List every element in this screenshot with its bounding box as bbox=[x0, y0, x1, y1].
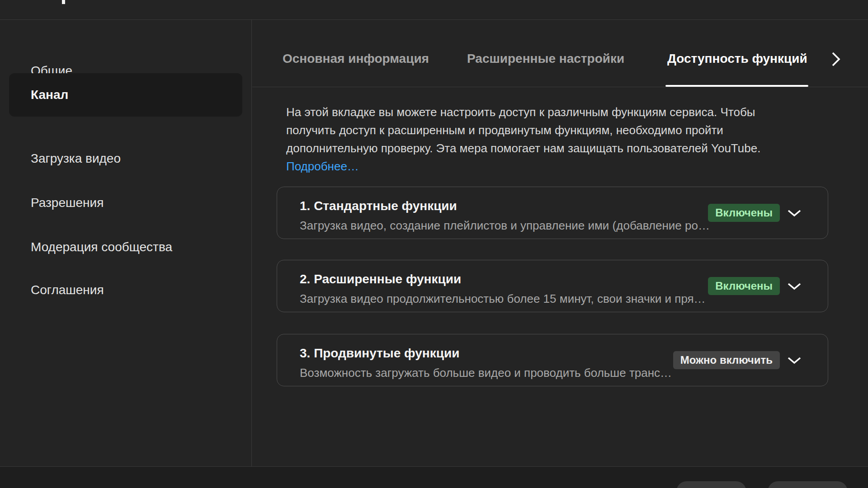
sidebar-item-community[interactable]: Модерация сообщества bbox=[9, 225, 242, 269]
settings-sidebar: Общие Канал Загрузка видео Разрешения Мо… bbox=[0, 20, 252, 466]
sidebar-item-label: Соглашения bbox=[31, 283, 104, 297]
sidebar-item-permissions[interactable]: Разрешения bbox=[9, 181, 242, 225]
feature-title: 2. Расширенные функции bbox=[300, 272, 461, 286]
feature-status-area: Включены bbox=[708, 277, 802, 295]
tab-description: На этой вкладке вы можете настроить дост… bbox=[286, 103, 760, 175]
feature-card-advanced[interactable]: 3. Продвинутые функции Возможность загру… bbox=[277, 334, 828, 386]
chevron-down-icon bbox=[787, 209, 802, 217]
footer-button-right[interactable] bbox=[768, 481, 848, 488]
tab-description-line: На этой вкладке вы можете настроить дост… bbox=[286, 103, 760, 121]
tab-description-line: дополнительную проверку. Эта мера помога… bbox=[286, 139, 760, 157]
active-tab-underline bbox=[665, 85, 808, 87]
feature-status-area: Можно включить bbox=[673, 351, 802, 369]
status-badge: Включены bbox=[708, 204, 780, 222]
feature-status-area: Включены bbox=[708, 204, 802, 222]
clipped-dialog-title-fragment bbox=[62, 0, 65, 4]
feature-title: 1. Стандартные функции bbox=[300, 199, 457, 213]
tabbar-divider bbox=[252, 87, 868, 87]
chevron-right-icon bbox=[831, 52, 840, 67]
sidebar-item-channel[interactable]: Канал bbox=[9, 73, 242, 117]
tab-basic-info[interactable]: Основная информация bbox=[283, 51, 429, 66]
feature-title: 3. Продвинутые функции bbox=[300, 346, 459, 361]
footer-button-left[interactable] bbox=[676, 481, 746, 488]
tab-advanced-settings[interactable]: Расширенные настройки bbox=[467, 51, 624, 66]
chevron-down-icon bbox=[787, 357, 802, 364]
feature-card-standard[interactable]: 1. Стандартные функции Загрузка видео, с… bbox=[277, 187, 828, 239]
sidebar-item-label: Канал bbox=[31, 88, 68, 102]
tab-description-line: получить доступ к расширенным и продвину… bbox=[286, 121, 760, 139]
sidebar-item-label: Модерация сообщества bbox=[31, 240, 172, 254]
feature-description: Загрузка видео продолжительностью более … bbox=[300, 291, 706, 306]
status-badge: Можно включить bbox=[673, 351, 780, 369]
sidebar-item-label: Разрешения bbox=[31, 196, 104, 210]
chevron-down-icon bbox=[787, 282, 802, 290]
status-badge: Включены bbox=[708, 277, 780, 295]
sidebar-item-upload-defaults[interactable]: Загрузка видео bbox=[9, 137, 242, 180]
tab-feature-eligibility[interactable]: Доступность функций bbox=[667, 51, 807, 66]
tabs-overflow-button[interactable] bbox=[830, 51, 842, 67]
feature-description: Загрузка видео, создание плейлистов и уп… bbox=[300, 218, 710, 233]
learn-more-link[interactable]: Подробнее… bbox=[286, 160, 359, 173]
feature-card-intermediate[interactable]: 2. Расширенные функции Загрузка видео пр… bbox=[277, 260, 828, 312]
sidebar-item-agreements[interactable]: Соглашения bbox=[9, 268, 242, 312]
feature-description: Возможность загружать больше видео и про… bbox=[300, 366, 672, 380]
sidebar-item-label: Загрузка видео bbox=[31, 151, 121, 166]
